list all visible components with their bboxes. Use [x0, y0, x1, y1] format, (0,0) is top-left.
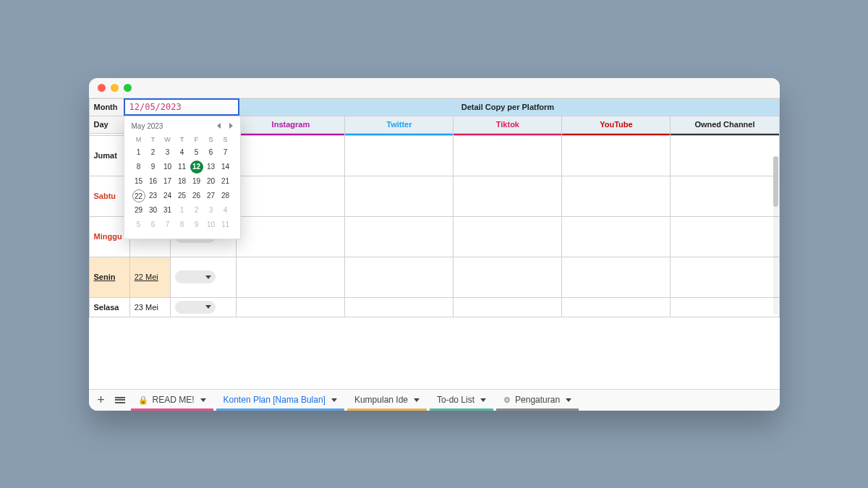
datepicker-day[interactable]: 21 — [219, 175, 232, 188]
datepicker-day[interactable]: 19 — [190, 175, 203, 188]
cell-owned[interactable] — [671, 135, 779, 176]
row-dropdown[interactable] — [175, 270, 216, 283]
tab-readme[interactable]: 🔒 READ ME! — [131, 390, 213, 411]
datepicker-day[interactable]: 13 — [205, 160, 218, 174]
datepicker-day[interactable]: 6 — [205, 146, 218, 159]
datepicker-day[interactable]: 2 — [190, 204, 203, 217]
datepicker-day[interactable]: 7 — [219, 146, 232, 159]
cell-youtube[interactable] — [562, 297, 671, 317]
date-label: 23 Mei — [135, 303, 158, 312]
lock-icon: 🔒 — [138, 395, 148, 405]
tab-todo-list[interactable]: To-do List — [430, 390, 493, 411]
datepicker-day[interactable]: 27 — [205, 189, 218, 202]
row-dropdown[interactable] — [175, 301, 216, 314]
cell-instagram[interactable] — [237, 297, 345, 317]
datepicker-day[interactable]: 11 — [219, 218, 232, 231]
dow-label: T — [146, 134, 161, 145]
datepicker-day[interactable]: 1 — [176, 204, 189, 217]
cell-tiktok[interactable] — [454, 257, 562, 297]
cell-tiktok[interactable] — [454, 176, 562, 216]
datepicker-day[interactable]: 11 — [176, 160, 189, 174]
cell-instagram[interactable] — [237, 216, 345, 257]
cell-owned[interactable] — [671, 297, 779, 317]
cell-youtube[interactable] — [562, 176, 671, 216]
datepicker-day[interactable]: 5 — [132, 218, 145, 231]
datepicker-prev-icon[interactable] — [217, 123, 221, 129]
cell-twitter[interactable] — [345, 176, 454, 216]
tab-kumpulan-ide[interactable]: Kumpulan Ide — [347, 390, 427, 411]
cell-owned[interactable] — [671, 176, 779, 216]
cell-twitter[interactable] — [345, 135, 454, 176]
window-close-button[interactable] — [98, 84, 106, 92]
datepicker-day[interactable]: 20 — [205, 175, 218, 188]
datepicker-popover[interactable]: May 2023 MTWTFSS123456789101112131415161… — [124, 116, 241, 239]
cell-instagram[interactable] — [237, 176, 345, 216]
datepicker-day[interactable]: 9 — [147, 160, 160, 174]
datepicker-day[interactable]: 18 — [176, 175, 189, 188]
cell-youtube[interactable] — [562, 135, 671, 176]
datepicker-day[interactable]: 10 — [161, 160, 174, 174]
datepicker-day[interactable]: 7 — [161, 218, 174, 231]
chevron-down-icon — [414, 398, 420, 402]
window-zoom-button[interactable] — [124, 84, 132, 92]
cell-youtube[interactable] — [562, 216, 671, 257]
datepicker-day[interactable]: 16 — [147, 175, 160, 188]
datepicker-day[interactable]: 2 — [147, 146, 160, 159]
datepicker-day[interactable]: 10 — [205, 218, 218, 231]
datepicker-day[interactable]: 26 — [190, 189, 203, 202]
datepicker-day[interactable]: 15 — [132, 175, 145, 188]
detail-header-cell: Detail Copy per Platform — [237, 98, 779, 116]
vertical-scrollbar[interactable] — [773, 156, 778, 315]
cell-tiktok[interactable] — [454, 135, 562, 176]
datepicker-day[interactable]: 3 — [205, 204, 218, 217]
cell-editor[interactable] — [124, 98, 239, 116]
all-sheets-button[interactable] — [112, 392, 128, 408]
datepicker-day[interactable]: 12 — [190, 160, 203, 174]
cell-tiktok[interactable] — [454, 297, 562, 317]
tab-pengaturan[interactable]: ⚙ Pengaturan — [496, 390, 579, 411]
cell-tiktok[interactable] — [454, 216, 562, 257]
datepicker-day[interactable]: 17 — [161, 175, 174, 188]
platform-header-instagram: Instagram — [237, 116, 345, 133]
datepicker-day[interactable]: 4 — [219, 204, 232, 217]
sheet-tab-bar: + 🔒 READ ME! Konten Plan [Nama Bulan] Ku… — [89, 389, 780, 411]
datepicker-day[interactable]: 22 — [132, 189, 145, 202]
window-minimize-button[interactable] — [111, 84, 119, 92]
cell-twitter[interactable] — [345, 216, 454, 257]
dow-label: F — [190, 134, 204, 145]
datepicker-day[interactable]: 4 — [176, 146, 189, 159]
add-sheet-button[interactable]: + — [93, 392, 109, 408]
tab-konten-plan[interactable]: Konten Plan [Nama Bulan] — [216, 390, 344, 411]
cell-twitter[interactable] — [345, 297, 454, 317]
datepicker-day[interactable]: 6 — [147, 218, 160, 231]
datepicker-day[interactable]: 5 — [190, 146, 203, 159]
datepicker-day[interactable]: 3 — [161, 146, 174, 159]
scroll-thumb[interactable] — [773, 156, 778, 207]
platform-header-youtube: YouTube — [562, 116, 671, 133]
datepicker-day[interactable]: 31 — [161, 204, 174, 217]
cell-instagram[interactable] — [237, 257, 345, 297]
titlebar — [89, 78, 780, 98]
datepicker-day[interactable]: 9 — [190, 218, 203, 231]
datepicker-day[interactable]: 30 — [147, 204, 160, 217]
datepicker-day[interactable]: 28 — [219, 189, 232, 202]
datepicker-day[interactable]: 1 — [132, 146, 145, 159]
datepicker-day[interactable]: 25 — [176, 189, 189, 202]
datepicker-day[interactable]: 24 — [161, 189, 174, 202]
datepicker-day[interactable]: 8 — [176, 218, 189, 231]
datepicker-day[interactable]: 8 — [132, 160, 145, 174]
cell-youtube[interactable] — [562, 257, 671, 297]
day-label: Jumat — [94, 151, 117, 160]
datepicker-next-icon[interactable] — [229, 123, 233, 129]
cell-instagram[interactable] — [237, 135, 345, 176]
cell-twitter[interactable] — [345, 257, 454, 297]
date-input-field[interactable] — [125, 100, 238, 114]
cell-owned[interactable] — [671, 257, 779, 297]
datepicker-day[interactable]: 14 — [219, 160, 232, 174]
dow-label: S — [204, 134, 218, 145]
datepicker-day[interactable]: 29 — [132, 204, 145, 217]
spreadsheet-area[interactable]: Month Detail Copy per Platform Day D Ins… — [89, 98, 780, 389]
cell-owned[interactable] — [671, 216, 779, 257]
datepicker-day[interactable]: 23 — [147, 189, 160, 202]
tab-ide-label: Kumpulan Ide — [354, 395, 408, 405]
